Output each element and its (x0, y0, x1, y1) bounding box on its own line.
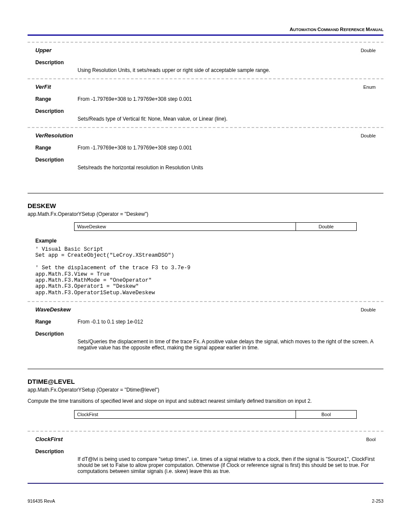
page-header: AUTOMATION COMMAND REFERENCE MANUAL (28, 27, 383, 32)
label-description: Description (35, 59, 78, 65)
label-range: Range (35, 145, 78, 151)
section-upper: Upper Double Description Using Resolutio… (28, 43, 383, 78)
description-text: Sets/reads the horizontal resolution in … (78, 165, 376, 171)
table-cell-left: WaveDeskew (75, 223, 296, 231)
section-title: DESKEW (28, 202, 383, 209)
table-dtime: ClockFirst Bool (74, 410, 357, 419)
range-text: From -0.1 to 0.1 step 1e-012 (78, 319, 376, 325)
description-text: Sets/Reads type of Vertical fit: None, M… (78, 116, 376, 122)
field-name: VerResolution (35, 132, 73, 139)
code-block: ' Visual Basic Script Set app = CreateOb… (35, 246, 383, 296)
section-desc: Compute the time transitions of specifie… (28, 398, 383, 404)
table-deskew: WaveDeskew Double (74, 222, 357, 231)
label-description: Description (35, 108, 78, 114)
label-range: Range (35, 96, 78, 102)
section-divider (28, 369, 383, 369)
label-example: Example (35, 238, 383, 244)
field-type: Double (78, 307, 376, 312)
range-text: From -1.79769e+308 to 1.79769e+308 step … (78, 96, 376, 102)
section-path: app.Math.Fx.OperatorYSetup (Operator = "… (28, 211, 383, 217)
field-name: VerFit (35, 84, 51, 90)
field-name: Upper (35, 47, 52, 53)
table-row: WaveDeskew Double (75, 223, 357, 231)
footer-right: 2-253 (372, 498, 383, 504)
section-path: app.Math.Fx.OperatorYSetup (Operator = "… (28, 387, 383, 393)
description-text: If dT@lvl is being used to compare "setu… (78, 456, 376, 474)
label-range: Range (35, 319, 78, 325)
table-cell-right: Bool (296, 411, 357, 419)
table-cell-left: ClockFirst (75, 411, 296, 419)
section-wavedeskew: WaveDeskew Double Range From -0.1 to 0.1… (28, 302, 383, 356)
footer-rule (28, 483, 383, 484)
table-cell-right: Double (296, 223, 357, 231)
field-type: Double (81, 133, 376, 138)
field-type: Enum (59, 84, 376, 90)
field-name: ClockFirst (35, 436, 63, 442)
page-footer: 916435 RevA 2-253 (28, 498, 383, 504)
label-description: Description (35, 331, 78, 337)
footer-left: 916435 RevA (28, 498, 55, 504)
field-name: WaveDeskew (35, 306, 71, 313)
label-description: Description (35, 157, 78, 163)
label-description: Description (35, 448, 78, 454)
section-title: DTIME@LEVEL (28, 378, 383, 385)
section-verresolution: VerResolution Double Range From -1.79769… (28, 128, 383, 176)
section-divider (28, 193, 383, 193)
table-row: ClockFirst Bool (75, 411, 357, 419)
range-text: From -1.79769e+308 to 1.79769e+308 step … (78, 145, 376, 151)
field-type: Bool (71, 437, 376, 442)
description-text: Using Resolution Units, it sets/reads up… (78, 67, 376, 73)
field-type: Double (59, 48, 376, 53)
description-text: Sets/Queries the displacement in time of… (78, 339, 376, 351)
section-verfit: VerFit Enum Range From -1.79769e+308 to … (28, 79, 383, 127)
section-clockfirst: ClockFirst Bool Description If dT@lvl is… (28, 432, 383, 479)
header-rule (28, 34, 383, 36)
